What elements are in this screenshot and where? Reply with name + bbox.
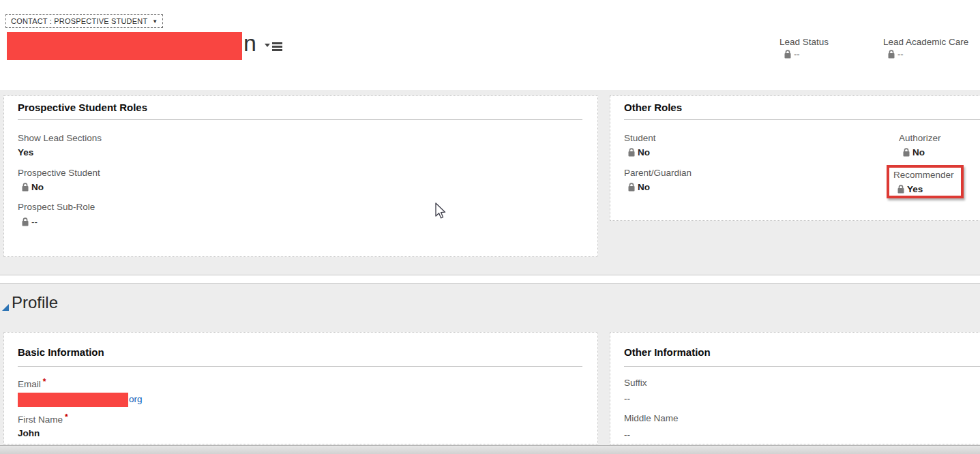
- record-type-selector-label: CONTACT : PROSPECTIVE STUDENT: [11, 17, 147, 25]
- mouse-cursor: [434, 202, 447, 221]
- title-menu-button[interactable]: [265, 42, 282, 52]
- required-asterisk: *: [65, 412, 68, 422]
- email-label-text: Email: [18, 379, 41, 389]
- chevron-down-icon: ▼: [152, 18, 158, 25]
- section-title: Other Information: [624, 346, 711, 358]
- first-name-label: First Name*: [18, 412, 68, 425]
- section-other-roles: Other Roles Student No Parent/Guardian N…: [610, 95, 980, 221]
- prospect-sub-role-label: Prospect Sub-Role: [18, 202, 95, 212]
- authorizer-value-text: No: [912, 147, 925, 157]
- first-name-value[interactable]: John: [18, 428, 40, 438]
- lock-icon: [22, 217, 29, 226]
- lead-status-label: Lead Status: [779, 37, 829, 47]
- record-type-selector[interactable]: CONTACT : PROSPECTIVE STUDENT ▼: [5, 14, 163, 28]
- middle-name-label: Middle Name: [624, 413, 679, 423]
- section-divider: [624, 119, 980, 120]
- section-prospective-student-roles: Prospective Student Roles Show Lead Sect…: [3, 95, 598, 257]
- authorizer-value: No: [903, 147, 925, 157]
- student-value-text: No: [638, 147, 650, 157]
- lock-icon: [903, 148, 910, 157]
- lead-status-value-text: --: [794, 49, 800, 59]
- middle-name-value-text: --: [624, 429, 630, 440]
- parent-guardian-label: Parent/Guardian: [624, 168, 692, 178]
- hamburger-menu-icon: [272, 42, 282, 52]
- lead-academic-care-value-text: --: [897, 49, 904, 59]
- lead-academic-care-label: Lead Academic Care: [883, 37, 968, 47]
- redaction-box-contact-name: [7, 32, 242, 60]
- lead-status-value: --: [784, 49, 800, 59]
- show-lead-sections-value[interactable]: Yes: [18, 147, 33, 157]
- annotation-highlight-recommender: [887, 165, 964, 198]
- tab-divider-strip: [0, 275, 980, 284]
- suffix-value[interactable]: --: [624, 393, 630, 404]
- section-divider: [624, 366, 980, 367]
- tab-profile[interactable]: Profile: [12, 293, 58, 312]
- first-name-label-text: First Name: [18, 414, 63, 425]
- lock-icon: [888, 50, 895, 59]
- lock-icon: [628, 148, 635, 157]
- redaction-box-email: [18, 393, 128, 407]
- authorizer-label: Authorizer: [899, 133, 941, 143]
- email-label: Email*: [18, 377, 46, 389]
- bottom-scrollbar-track[interactable]: [0, 445, 980, 454]
- student-value: No: [628, 147, 650, 157]
- page-title-fragment: n: [243, 30, 256, 57]
- show-lead-sections-value-text: Yes: [18, 147, 33, 157]
- section-divider: [18, 119, 582, 120]
- lock-icon: [22, 183, 29, 192]
- section-divider: [18, 366, 582, 367]
- middle-name-value[interactable]: --: [624, 429, 630, 440]
- lock-icon: [784, 50, 791, 59]
- show-lead-sections-label: Show Lead Sections: [18, 133, 102, 143]
- parent-guardian-value: No: [628, 182, 650, 192]
- section-other-information: Other Information Suffix -- Middle Name …: [610, 332, 980, 444]
- prospect-sub-role-value: --: [22, 217, 38, 227]
- crm-contact-page: CONTACT : PROSPECTIVE STUDENT ▼ n Lead S…: [0, 0, 980, 454]
- parent-guardian-value-text: No: [638, 182, 650, 192]
- prospective-student-value: No: [22, 182, 44, 192]
- prospective-student-label: Prospective Student: [18, 168, 100, 178]
- email-link[interactable]: org: [129, 394, 143, 404]
- section-title: Prospective Student Roles: [18, 102, 147, 113]
- prospect-sub-role-value-text: --: [31, 217, 38, 227]
- lead-academic-care-value: --: [888, 49, 904, 59]
- prospective-student-value-text: No: [31, 182, 44, 192]
- required-asterisk: *: [43, 377, 46, 387]
- suffix-value-text: --: [624, 393, 630, 404]
- suffix-label: Suffix: [624, 378, 647, 388]
- lock-icon: [628, 183, 635, 192]
- chevron-down-icon: [265, 44, 270, 47]
- section-basic-information: Basic Information Email* org First Name*…: [3, 332, 598, 444]
- section-title: Other Roles: [624, 102, 682, 113]
- student-label: Student: [624, 133, 656, 143]
- first-name-value-text: John: [18, 428, 40, 438]
- section-title: Basic Information: [18, 346, 104, 358]
